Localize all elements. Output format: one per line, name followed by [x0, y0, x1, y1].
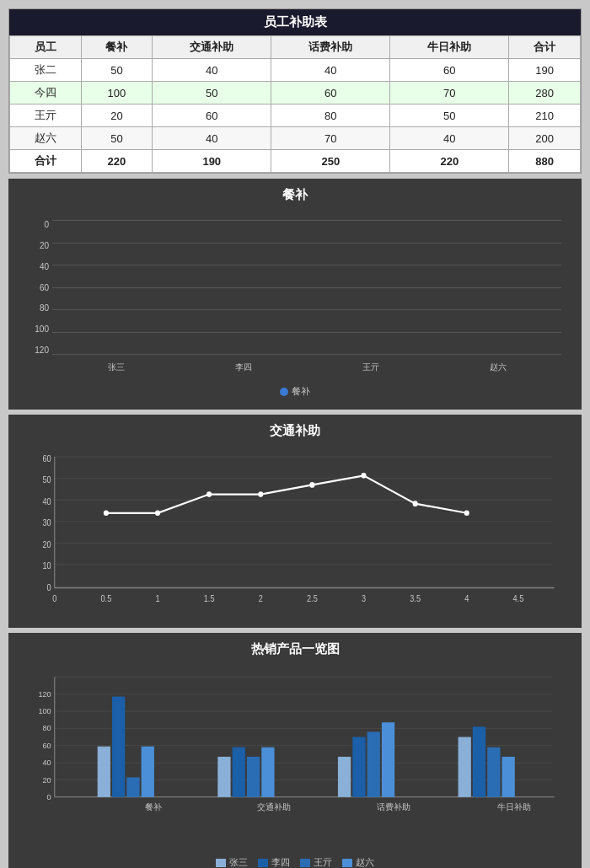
- svg-text:话费补助: 话费补助: [377, 802, 410, 812]
- table-cell: 40: [153, 127, 271, 150]
- table-cell: 60: [271, 82, 390, 104]
- svg-text:2.5: 2.5: [307, 594, 318, 603]
- legend-dot: [280, 388, 288, 396]
- svg-text:4.5: 4.5: [513, 594, 524, 603]
- svg-point-29: [258, 491, 263, 497]
- y-label: 60: [40, 283, 52, 292]
- table-cell: 60: [153, 104, 271, 127]
- svg-text:餐补: 餐补: [145, 802, 162, 812]
- svg-point-31: [361, 473, 366, 479]
- table-cell: 280: [509, 82, 581, 104]
- bars-container: [52, 220, 561, 355]
- svg-point-26: [104, 510, 109, 516]
- svg-text:交通补助: 交通补助: [257, 802, 291, 812]
- table-cell: 50: [81, 127, 153, 150]
- svg-rect-64: [367, 731, 380, 796]
- table-cell: 190: [153, 150, 271, 173]
- legend-label-zhaoliu: 赵六: [356, 856, 374, 868]
- table-cell: 190: [509, 59, 581, 82]
- table-body: 张二50404060190今四100506070280王亓20608050210…: [10, 59, 581, 173]
- svg-rect-54: [98, 747, 110, 797]
- table-cell: 880: [509, 150, 581, 173]
- legend-label-wangwu: 王亓: [314, 856, 332, 868]
- table-cell: 70: [390, 82, 509, 104]
- col-employee: 员工: [10, 36, 82, 59]
- grouped-bar-section: 热销产品一览图 0 20 40 60 80 100 120 餐补 交通补助 话费…: [8, 633, 582, 868]
- svg-text:100: 100: [38, 707, 51, 715]
- table-cell: 赵六: [10, 127, 82, 150]
- bar-chart-legend: 餐补: [20, 385, 570, 398]
- svg-rect-68: [487, 747, 500, 797]
- svg-rect-56: [126, 777, 139, 796]
- legend-label-lisi: 李四: [271, 856, 290, 868]
- bar-chart-area: 120 100 80 60 40 20 0 张三李四王亓赵六: [20, 212, 570, 380]
- legend-item-zhangsan: 张三: [216, 856, 248, 868]
- svg-rect-65: [382, 722, 394, 797]
- line-chart-title: 交通补助: [20, 423, 570, 439]
- table-title: 员工补助表: [9, 9, 581, 35]
- table-cell: 200: [509, 127, 581, 150]
- svg-text:0: 0: [47, 793, 51, 801]
- x-label: 王亓: [307, 362, 434, 373]
- legend-dot-zhaoliu: [342, 859, 352, 867]
- svg-rect-66: [459, 737, 471, 797]
- y-axis-labels: 120 100 80 60 40 20 0: [20, 220, 52, 355]
- svg-rect-62: [338, 757, 351, 797]
- x-label: 李四: [180, 362, 307, 373]
- svg-point-32: [413, 501, 418, 506]
- y-label: 80: [40, 303, 52, 313]
- bar-chart-section: 餐补 120 100 80 60 40 20 0 张三李四王亓赵六: [8, 179, 582, 410]
- col-meal: 餐补: [81, 36, 153, 59]
- col-phone: 话费补助: [271, 36, 390, 59]
- svg-text:10: 10: [42, 561, 51, 571]
- svg-rect-57: [142, 747, 154, 797]
- legend-item-lisi: 李四: [258, 856, 290, 868]
- svg-text:牛日补助: 牛日补助: [497, 802, 531, 812]
- svg-text:3: 3: [362, 594, 366, 603]
- x-label: 张三: [52, 362, 180, 373]
- y-label: 100: [35, 324, 52, 334]
- svg-rect-60: [247, 757, 260, 797]
- svg-text:50: 50: [42, 475, 51, 485]
- svg-text:30: 30: [42, 518, 51, 528]
- svg-text:2: 2: [259, 594, 263, 603]
- svg-text:0.5: 0.5: [101, 594, 112, 603]
- legend-label-zhangsan: 张三: [229, 856, 248, 868]
- svg-text:1.5: 1.5: [204, 594, 215, 603]
- table-cell: 50: [153, 82, 271, 104]
- svg-rect-69: [502, 757, 515, 797]
- y-label: 40: [40, 262, 52, 271]
- svg-rect-59: [233, 747, 245, 797]
- grouped-bar-title: 热销产品一览图: [20, 641, 570, 657]
- svg-text:3.5: 3.5: [410, 594, 421, 603]
- col-birthday: 牛日补助: [390, 36, 509, 59]
- svg-text:60: 60: [42, 453, 51, 463]
- grouped-chart-legend: 张三 李四 王亓 赵六: [20, 856, 570, 868]
- y-label: 0: [44, 220, 52, 229]
- line-chart-section: 交通补助 0 10 20 30 40 50 60 0 0.5 1 1.: [8, 415, 582, 628]
- svg-text:0: 0: [47, 583, 51, 592]
- table-cell: 60: [390, 59, 509, 82]
- table-cell: 张二: [10, 59, 82, 82]
- grouped-bar-svg: 0 20 40 60 80 100 120 餐补 交通补助 话费补助 牛日补助: [20, 666, 570, 851]
- svg-rect-67: [473, 726, 485, 797]
- svg-rect-55: [112, 697, 125, 797]
- legend-item-wangwu: 王亓: [300, 856, 332, 868]
- employee-table: 员工 餐补 交通补助 话费补助 牛日补助 合计 张二50404060190今四1…: [9, 35, 581, 173]
- table-cell: 70: [271, 127, 390, 150]
- table-cell: 20: [81, 104, 153, 127]
- table-header-row: 员工 餐补 交通补助 话费补助 牛日补助 合计: [10, 36, 581, 59]
- line-chart-area: 0 10 20 30 40 50 60 0 0.5 1 1.5 2 2.5 3 …: [20, 447, 570, 616]
- table-cell: 王亓: [10, 104, 82, 127]
- table-cell: 220: [390, 150, 509, 173]
- table-cell: 40: [153, 59, 271, 82]
- legend-dot-wangwu: [300, 859, 310, 867]
- svg-text:0: 0: [52, 594, 56, 603]
- svg-text:20: 20: [42, 776, 51, 785]
- svg-text:1: 1: [155, 594, 159, 603]
- legend-item-zhaoliu: 赵六: [342, 856, 374, 868]
- bar-chart-title: 餐补: [20, 187, 570, 203]
- svg-point-30: [309, 482, 314, 488]
- table-cell: 80: [271, 104, 390, 127]
- table-cell: 今四: [10, 82, 82, 104]
